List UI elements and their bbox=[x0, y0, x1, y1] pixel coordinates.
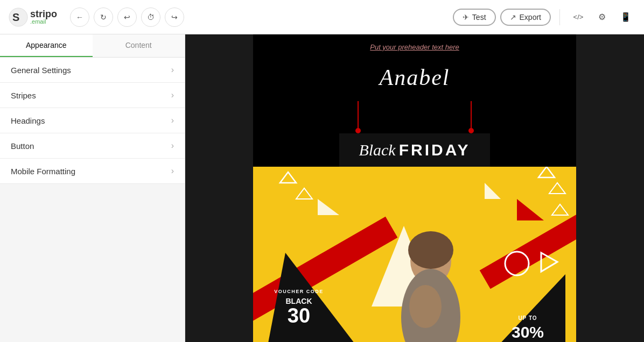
svg-marker-13 bbox=[552, 204, 568, 215]
chevron-right-icon: › bbox=[171, 90, 174, 100]
refresh-button[interactable]: ↻ bbox=[94, 8, 113, 27]
code-view-button[interactable]: </> bbox=[569, 8, 588, 27]
email-container: Put your preheader text here Anabel bbox=[253, 34, 576, 342]
sidebar: Appearance Content General Settings › St… bbox=[0, 34, 185, 342]
svg-rect-3 bbox=[480, 211, 576, 289]
svg-text:UP TO: UP TO bbox=[518, 315, 537, 321]
bf-italic-text: Black bbox=[359, 141, 395, 159]
sidebar-item-mobile-formatting[interactable]: Mobile Formatting › bbox=[0, 159, 185, 184]
toolbar-right: ✈ Test ↗ Export bbox=[453, 9, 551, 26]
string-line-right bbox=[471, 101, 472, 128]
settings-button[interactable]: ⚙ bbox=[592, 8, 612, 27]
logo-name: stripo bbox=[30, 9, 57, 19]
string-dot-left bbox=[355, 128, 361, 133]
preheader-text: Put your preheader text here bbox=[370, 43, 459, 51]
svg-marker-12 bbox=[517, 199, 544, 220]
menu-item-label: Headings bbox=[11, 116, 45, 125]
sidebar-tabs: Appearance Content bbox=[0, 34, 185, 58]
email-preview-area: Put your preheader text here Anabel bbox=[185, 34, 644, 342]
redo-button[interactable]: ↪ bbox=[165, 8, 184, 27]
refresh-icon: ↻ bbox=[100, 13, 107, 22]
gear-icon: ⚙ bbox=[598, 12, 606, 22]
logo-suffix: .email bbox=[30, 19, 57, 25]
share-icon: ↗ bbox=[510, 13, 516, 22]
chevron-right-icon: › bbox=[171, 65, 174, 75]
svg-marker-8 bbox=[296, 188, 312, 199]
code-icon: </> bbox=[573, 13, 584, 21]
test-label: Test bbox=[472, 13, 486, 22]
test-button[interactable]: ✈ Test bbox=[453, 9, 496, 26]
hanging-strings-row bbox=[253, 99, 576, 133]
svg-marker-16 bbox=[485, 183, 501, 199]
chevron-right-icon: › bbox=[171, 116, 174, 125]
toolbar: S stripo .email ← ↻ ↩ ⏱ ↪ ✈ Test ↗ Expor… bbox=[0, 0, 644, 34]
email-body-area: VOUCHER CODE BLACK 30 UP TO 30% OFF bbox=[253, 167, 576, 342]
export-button[interactable]: ↗ Export bbox=[500, 9, 551, 26]
mobile-icon: 📱 bbox=[620, 12, 631, 22]
svg-point-24 bbox=[408, 231, 453, 269]
chevron-right-icon: › bbox=[171, 166, 174, 176]
bf-caps-text: FRIDAY bbox=[399, 141, 471, 159]
menu-item-label: Button bbox=[11, 141, 34, 151]
menu-item-label: Stripes bbox=[11, 91, 36, 100]
string-line-left bbox=[358, 101, 359, 128]
sidebar-item-headings[interactable]: Headings › bbox=[0, 108, 185, 133]
main-content: Appearance Content General Settings › St… bbox=[0, 34, 644, 342]
sidebar-item-stripes[interactable]: Stripes › bbox=[0, 83, 185, 108]
svg-marker-10 bbox=[538, 167, 555, 177]
svg-text:VOUCHER CODE: VOUCHER CODE bbox=[274, 289, 324, 294]
logo: S stripo .email bbox=[9, 8, 57, 27]
bf-banner-wrapper: Black FRIDAY bbox=[253, 133, 576, 167]
menu-item-label: General Settings bbox=[11, 66, 71, 75]
mobile-view-button[interactable]: 📱 bbox=[616, 8, 635, 27]
bf-banner: Black FRIDAY bbox=[339, 133, 489, 167]
string-left bbox=[355, 101, 361, 133]
sidebar-item-button[interactable]: Button › bbox=[0, 133, 185, 159]
back-icon: ← bbox=[76, 13, 83, 22]
logo-text: stripo .email bbox=[30, 9, 57, 25]
decorative-svg: VOUCHER CODE BLACK 30 UP TO 30% OFF bbox=[253, 167, 576, 342]
sidebar-menu: General Settings › Stripes › Headings › … bbox=[0, 58, 185, 342]
svg-text:S: S bbox=[12, 11, 19, 23]
email-header: Anabel bbox=[253, 59, 576, 99]
svg-marker-9 bbox=[318, 199, 339, 215]
send-icon: ✈ bbox=[463, 13, 469, 22]
preheader-bar: Put your preheader text here bbox=[253, 34, 576, 59]
back-button[interactable]: ← bbox=[70, 8, 89, 27]
string-right bbox=[468, 101, 474, 133]
stripo-logo-icon: S bbox=[9, 8, 28, 27]
svg-marker-11 bbox=[549, 183, 565, 194]
undo-icon: ↩ bbox=[124, 13, 130, 22]
undo-button[interactable]: ↩ bbox=[117, 8, 137, 27]
svg-text:30: 30 bbox=[288, 304, 310, 327]
history-icon: ⏱ bbox=[147, 13, 155, 22]
export-label: Export bbox=[520, 13, 541, 22]
history-button[interactable]: ⏱ bbox=[141, 8, 160, 27]
svg-text:30%: 30% bbox=[512, 323, 544, 341]
menu-item-label: Mobile Formatting bbox=[11, 167, 75, 176]
chevron-right-icon: › bbox=[171, 141, 174, 151]
redo-icon: ↪ bbox=[171, 13, 178, 22]
string-dot-right bbox=[468, 128, 474, 133]
tab-appearance[interactable]: Appearance bbox=[0, 34, 93, 57]
svg-marker-7 bbox=[280, 172, 296, 183]
brand-name: Anabel bbox=[264, 65, 565, 90]
sidebar-item-general-settings[interactable]: General Settings › bbox=[0, 58, 185, 83]
tab-content[interactable]: Content bbox=[93, 34, 185, 57]
svg-point-26 bbox=[409, 285, 442, 328]
divider bbox=[559, 9, 560, 25]
